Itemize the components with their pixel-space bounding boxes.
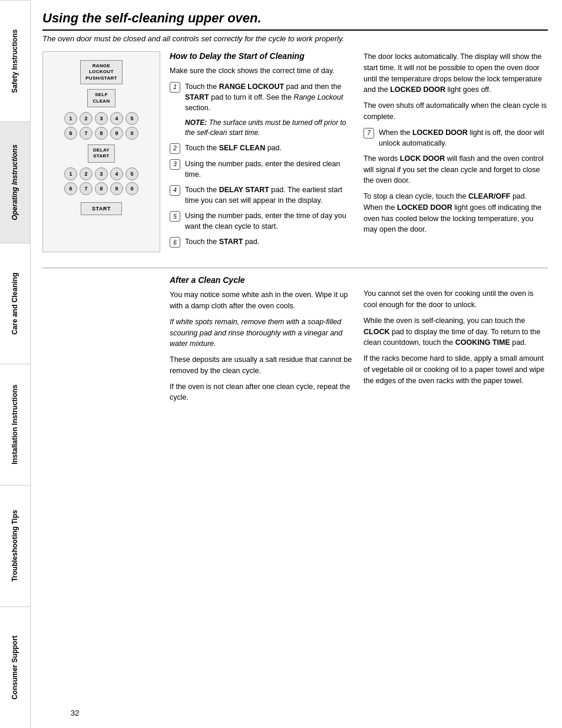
step-num-6: 6 bbox=[170, 237, 180, 248]
after-clean-right-para2: While the oven is self-cleaning, you can… bbox=[363, 315, 548, 348]
step-text-7: When the LOCKED DOOR light is off, the d… bbox=[379, 127, 548, 149]
step-text-2: Touch the SELF CLEAN pad. bbox=[185, 143, 282, 153]
page-number: 32 bbox=[71, 709, 79, 717]
stop-clean-info: To stop a clean cycle, touch the CLEAR/O… bbox=[363, 191, 548, 235]
num-5: 5 bbox=[125, 112, 138, 125]
delay-start-button: DelayStart bbox=[88, 144, 115, 163]
self-clean-button: SelfClean bbox=[87, 89, 115, 107]
step-2: 2 Touch the SELF CLEAN pad. bbox=[170, 143, 354, 154]
sidebar-item-troubleshooting[interactable]: Troubleshooting Tips bbox=[0, 485, 30, 607]
step-num-3: 3 bbox=[170, 159, 180, 170]
num-1: 1 bbox=[64, 112, 77, 125]
after-clean-para4: If the oven is not clean after one clean… bbox=[170, 381, 354, 404]
step-1: 1 Touch the RANGE LOCKOUT pad and then t… bbox=[170, 81, 354, 113]
lock-door-flash-info: The words LOCK DOOR will flash and the o… bbox=[363, 153, 548, 186]
after-clean-para2: If white spots remain, remove them with … bbox=[170, 317, 354, 350]
num2-8: 8 bbox=[95, 182, 108, 195]
num2-1: 1 bbox=[64, 167, 77, 180]
sidebar-item-operating[interactable]: Operating Instructions bbox=[0, 121, 30, 243]
start-button: Start bbox=[81, 202, 122, 215]
door-lock-info: The door locks automatically. The displa… bbox=[363, 51, 548, 95]
num-4: 4 bbox=[110, 112, 123, 125]
num2-4: 4 bbox=[110, 167, 123, 180]
info-column: The door locks automatically. The displa… bbox=[363, 51, 548, 252]
num-7: 7 bbox=[80, 127, 92, 140]
step-num-5: 5 bbox=[170, 211, 180, 222]
sidebar-item-care[interactable]: Care and Cleaning bbox=[0, 243, 30, 364]
main-content: Using the self-cleaning upper oven. The … bbox=[31, 0, 562, 728]
step-num-7: 7 bbox=[363, 128, 374, 139]
num2-2: 2 bbox=[80, 167, 92, 180]
after-clean-right: You cannot set the oven for cooking unti… bbox=[363, 275, 548, 408]
step-4: 4 Touch the DELAY START pad. The earlies… bbox=[170, 185, 354, 206]
top-right-area: How to Delay the Start of Cleaning Make … bbox=[170, 51, 548, 252]
sidebar: Safety Instructions Operating Instructio… bbox=[0, 0, 31, 728]
after-clean-left: After a Clean Cycle You may notice some … bbox=[170, 275, 354, 408]
after-clean-heading: After a Clean Cycle bbox=[170, 275, 354, 285]
num-6: 6 bbox=[64, 127, 77, 140]
top-section: RangeLockoutPush/Start SelfClean 1 2 3 4… bbox=[42, 51, 548, 252]
step-text-6: Touch the START pad. bbox=[185, 236, 259, 247]
step-text-1: Touch the RANGE LOCKOUT pad and then the… bbox=[185, 81, 354, 113]
step-text-5: Using the number pads, enter the time of… bbox=[185, 210, 354, 232]
after-clean-right-para3: If the racks become hard to slide, apply… bbox=[363, 353, 548, 386]
num-9: 9 bbox=[110, 127, 123, 140]
step-num-1: 1 bbox=[170, 82, 180, 93]
after-clean-right-para1: You cannot set the oven for cooking unti… bbox=[363, 288, 548, 311]
page-title: Using the self-cleaning upper oven. bbox=[42, 11, 548, 31]
num-2: 2 bbox=[80, 112, 92, 125]
after-clean-para3: These deposits are usually a salt residu… bbox=[170, 354, 354, 377]
num-8: 8 bbox=[95, 127, 108, 140]
after-clean-para1: You may notice some white ash in the ove… bbox=[170, 289, 354, 312]
range-lockout-button: RangeLockoutPush/Start bbox=[80, 60, 123, 84]
num-3: 3 bbox=[95, 112, 108, 125]
num2-5: 5 bbox=[125, 167, 138, 180]
how-to-delay-intro: Make sure the clock shows the correct ti… bbox=[170, 65, 354, 77]
step-6: 6 Touch the START pad. bbox=[170, 236, 354, 248]
page-subtitle: The oven door must be closed and all con… bbox=[42, 34, 548, 43]
num2-7: 7 bbox=[80, 182, 92, 195]
control-panel-diagram: RangeLockoutPush/Start SelfClean 1 2 3 4… bbox=[42, 51, 160, 252]
step-text-3: Using the number pads, enter the desired… bbox=[185, 159, 354, 180]
step-5: 5 Using the number pads, enter the time … bbox=[170, 210, 354, 232]
step-num-4: 4 bbox=[170, 185, 180, 196]
numpad-bottom: 1 2 3 4 5 6 7 8 9 0 bbox=[64, 167, 138, 195]
num2-0: 0 bbox=[125, 182, 138, 195]
sidebar-item-safety[interactable]: Safety Instructions bbox=[0, 0, 30, 121]
diagram-spacer bbox=[42, 275, 160, 408]
sidebar-item-installation[interactable]: Installation Instructions bbox=[0, 364, 30, 485]
sidebar-item-consumer[interactable]: Consumer Support bbox=[0, 607, 30, 728]
step-1-note: NOTE: The surface units must be turned o… bbox=[185, 118, 354, 138]
step-7: 7 When the LOCKED DOOR light is off, the… bbox=[363, 127, 548, 149]
num2-3: 3 bbox=[95, 167, 108, 180]
oven-shutoff-info: The oven shuts off automatically when th… bbox=[363, 100, 548, 123]
num-0: 0 bbox=[125, 127, 138, 140]
step-3: 3 Using the number pads, enter the desir… bbox=[170, 159, 354, 180]
section-divider bbox=[42, 268, 548, 268]
step-num-2: 2 bbox=[170, 143, 180, 154]
num2-6: 6 bbox=[64, 182, 77, 195]
num2-9: 9 bbox=[110, 182, 123, 195]
numpad-top: 1 2 3 4 5 6 7 8 9 0 bbox=[64, 112, 138, 140]
how-to-delay-heading: How to Delay the Start of Cleaning bbox=[170, 51, 354, 61]
step-text-4: Touch the DELAY START pad. The earliest … bbox=[185, 185, 354, 206]
bottom-section: After a Clean Cycle You may notice some … bbox=[42, 275, 548, 408]
heading-spacer bbox=[363, 275, 548, 288]
steps-column: How to Delay the Start of Cleaning Make … bbox=[170, 51, 354, 252]
